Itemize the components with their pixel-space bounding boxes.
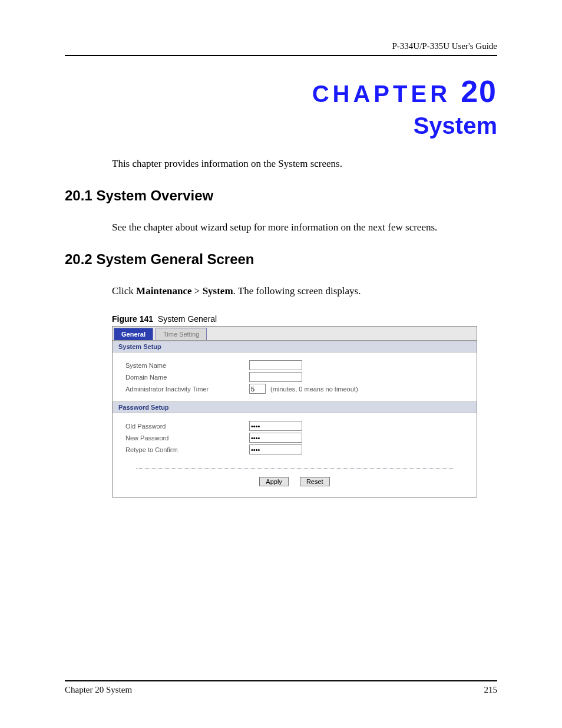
row-system-name: System Name — [125, 360, 464, 370]
tab-bar: General Time Setting — [113, 327, 477, 341]
chapter-label: CHAPTER — [312, 81, 451, 107]
section-bar-system-setup: System Setup — [113, 341, 477, 353]
system-setup-form: System Name Domain Name Administrator In… — [113, 353, 477, 401]
chapter-heading: CHAPTER 20 System — [65, 74, 497, 139]
figure-title: System General — [158, 314, 217, 324]
section-20-1-heading: 20.1 System Overview — [65, 187, 497, 204]
footer-left: Chapter 20 System — [65, 685, 132, 695]
label-inactivity-timer: Administrator Inactivity Timer — [125, 386, 249, 393]
row-retype-confirm: Retype to Confirm — [125, 444, 464, 454]
reset-button[interactable]: Reset — [300, 477, 330, 486]
text-run: . The following screen displays. — [233, 285, 361, 297]
label-system-name: System Name — [125, 362, 249, 369]
header-guide-title: P-334U/P-335U User's Guide — [65, 41, 497, 51]
input-system-name[interactable] — [249, 360, 302, 370]
section-20-2-body: Click Maintenance > System. The followin… — [112, 284, 497, 298]
button-row: Apply Reset — [113, 473, 477, 497]
footer-rule — [65, 680, 497, 681]
separator — [136, 468, 453, 469]
text-bold-system: System — [203, 285, 233, 297]
page-footer: Chapter 20 System 215 — [65, 680, 497, 695]
chapter-label-line: CHAPTER 20 — [65, 74, 497, 109]
figure-label: Figure 141 — [112, 314, 153, 324]
intro-paragraph: This chapter provides information on the… — [112, 157, 497, 171]
section-20-2-heading: 20.2 System General Screen — [65, 251, 497, 268]
screenshot-system-general: General Time Setting System Setup System… — [112, 326, 477, 498]
input-domain-name[interactable] — [249, 372, 302, 382]
label-old-password: Old Password — [125, 423, 249, 430]
row-inactivity-timer: Administrator Inactivity Timer (minutes,… — [125, 384, 464, 394]
row-old-password: Old Password — [125, 421, 464, 431]
figure-caption: Figure 141 System General — [112, 314, 497, 324]
hint-inactivity-timer: (minutes, 0 means no timeout) — [270, 386, 358, 393]
tab-time-setting[interactable]: Time Setting — [156, 328, 207, 340]
row-domain-name: Domain Name — [125, 372, 464, 382]
row-new-password: New Password — [125, 433, 464, 443]
password-setup-form: Old Password New Password Retype to Conf… — [113, 413, 477, 462]
input-retype-confirm[interactable] — [249, 444, 302, 454]
input-old-password[interactable] — [249, 421, 302, 431]
text-bold-maintenance: Maintenance — [136, 285, 191, 297]
page: P-334U/P-335U User's Guide CHAPTER 20 Sy… — [0, 0, 562, 728]
chapter-title: System — [65, 113, 497, 139]
header-rule — [65, 55, 497, 56]
chapter-number: 20 — [461, 74, 497, 108]
label-retype-confirm: Retype to Confirm — [125, 446, 249, 453]
apply-button[interactable]: Apply — [259, 477, 289, 486]
footer-row: Chapter 20 System 215 — [65, 685, 497, 695]
label-new-password: New Password — [125, 434, 249, 442]
footer-page-number: 215 — [484, 685, 498, 695]
input-new-password[interactable] — [249, 433, 302, 443]
input-inactivity-timer[interactable] — [249, 384, 266, 394]
text-run: > — [192, 285, 203, 297]
label-domain-name: Domain Name — [125, 374, 249, 381]
text-run: Click — [112, 285, 136, 297]
section-bar-password-setup: Password Setup — [113, 401, 477, 413]
section-20-1-body: See the chapter about wizard setup for m… — [112, 220, 497, 235]
tab-general[interactable]: General — [114, 328, 153, 340]
